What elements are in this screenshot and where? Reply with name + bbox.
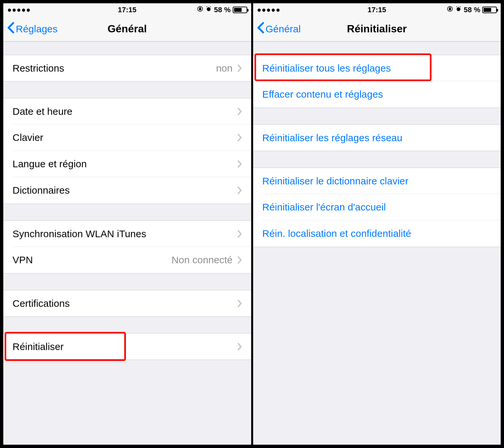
status-time: 17:15	[118, 6, 136, 14]
screen-reset: ●●●●● 17:15 58 % Général Réinitialiser	[253, 3, 501, 445]
row-keyboard[interactable]: Clavier	[3, 124, 251, 151]
signal-dots-icon: ●●●●●	[7, 6, 31, 14]
row-label: Clavier	[13, 132, 237, 143]
row-label: Réinitialiser	[13, 341, 237, 352]
back-button[interactable]: Général	[257, 22, 301, 36]
action-reset-location-privacy[interactable]: Réin. localisation et confidentialité	[253, 220, 501, 247]
row-date-time[interactable]: Date et heure	[3, 98, 251, 124]
battery-icon	[233, 7, 247, 13]
page-title: Général	[107, 23, 147, 35]
action-reset-home-screen[interactable]: Réinitialiser l'écran d'accueil	[253, 194, 501, 220]
battery-percent: 58 %	[214, 6, 230, 14]
action-reset-network-settings[interactable]: Réinitialiser les réglages réseau	[253, 124, 501, 151]
back-label: Réglages	[16, 23, 58, 35]
action-label: Réinitialiser l'écran d'accueil	[262, 202, 492, 213]
status-time: 17:15	[368, 6, 386, 14]
action-label: Réinitialiser les réglages réseau	[262, 132, 492, 144]
row-reset[interactable]: Réinitialiser	[3, 333, 251, 360]
svg-point-2	[207, 7, 211, 11]
alarm-icon	[205, 6, 212, 14]
chevron-right-icon	[237, 64, 242, 72]
row-value: non	[216, 63, 232, 74]
row-vpn[interactable]: VPN Non connecté	[3, 247, 251, 273]
screen-general: ●●●●● 17:15 58 % Réglages Général	[3, 3, 251, 445]
status-bar: ●●●●● 17:15 58 %	[3, 3, 251, 16]
svg-rect-4	[449, 8, 451, 10]
battery-percent: 58 %	[464, 6, 480, 14]
chevron-right-icon	[237, 300, 242, 307]
chevron-right-icon	[237, 160, 242, 168]
signal-dots-icon: ●●●●●	[257, 6, 281, 14]
chevron-right-icon	[237, 134, 242, 142]
row-label: Certifications	[13, 298, 237, 309]
row-restrictions[interactable]: Restrictions non	[3, 55, 251, 81]
row-label: Restrictions	[13, 63, 216, 74]
row-value: Non connecté	[171, 254, 232, 266]
row-label: Date et heure	[13, 106, 237, 117]
row-label: Synchronisation WLAN iTunes	[13, 228, 237, 240]
action-label: Réinitialiser le dictionnaire clavier	[262, 176, 492, 187]
chevron-right-icon	[237, 108, 242, 115]
chevron-right-icon	[237, 230, 242, 238]
lock-rotation-icon	[447, 6, 453, 14]
row-dictionaries[interactable]: Dictionnaires	[3, 177, 251, 204]
chevron-right-icon	[237, 343, 242, 351]
nav-bar: Général Réinitialiser	[253, 16, 501, 42]
battery-icon	[482, 7, 497, 13]
row-wlan-itunes-sync[interactable]: Synchronisation WLAN iTunes	[3, 220, 251, 247]
action-label: Effacer contenu et réglages	[262, 89, 492, 100]
row-language-region[interactable]: Langue et région	[3, 151, 251, 177]
chevron-right-icon	[237, 186, 242, 194]
nav-bar: Réglages Général	[3, 16, 251, 42]
row-certifications[interactable]: Certifications	[3, 290, 251, 316]
row-label: VPN	[13, 254, 171, 266]
action-reset-all-settings[interactable]: Réinitialiser tous les réglages	[253, 55, 501, 81]
svg-rect-1	[199, 8, 201, 10]
lock-rotation-icon	[197, 6, 203, 14]
alarm-icon	[455, 6, 462, 14]
action-erase-content-settings[interactable]: Effacer contenu et réglages	[253, 81, 501, 108]
chevron-right-icon	[237, 256, 242, 264]
settings-list: Restrictions non Date et heure Clavier L…	[3, 42, 251, 445]
chevron-left-icon	[257, 22, 264, 36]
action-reset-keyboard-dictionary[interactable]: Réinitialiser le dictionnaire clavier	[253, 168, 501, 194]
chevron-left-icon	[7, 22, 15, 36]
action-label: Réinitialiser tous les réglages	[262, 63, 492, 74]
status-bar: ●●●●● 17:15 58 %	[253, 3, 501, 16]
reset-list: Réinitialiser tous les réglages Effacer …	[253, 42, 501, 445]
page-title: Réinitialiser	[347, 23, 407, 35]
back-button[interactable]: Réglages	[7, 22, 58, 36]
back-label: Général	[266, 23, 301, 35]
action-label: Réin. localisation et confidentialité	[262, 228, 492, 239]
row-label: Langue et région	[13, 158, 237, 170]
row-label: Dictionnaires	[13, 185, 237, 196]
svg-point-5	[457, 7, 460, 11]
